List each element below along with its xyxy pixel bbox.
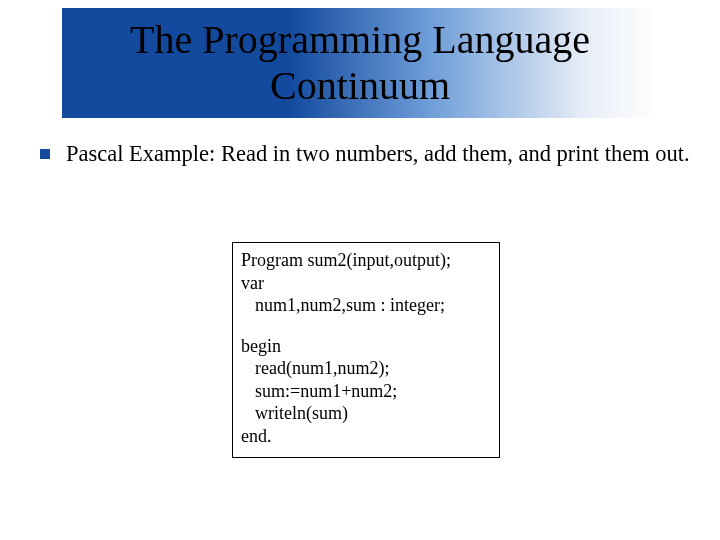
slide-title: The Programming Language Continuum [72, 17, 648, 109]
code-line: var [241, 272, 491, 295]
code-line: read(num1,num2); [241, 357, 491, 380]
code-box: Program sum2(input,output); var num1,num… [232, 242, 500, 458]
slide-body: Pascal Example: Read in two numbers, add… [40, 140, 690, 168]
bullet-item: Pascal Example: Read in two numbers, add… [40, 140, 690, 168]
code-line: writeln(sum) [241, 402, 491, 425]
code-line: num1,num2,sum : integer; [241, 294, 491, 317]
title-bar: The Programming Language Continuum [62, 8, 658, 118]
bullet-text: Pascal Example: Read in two numbers, add… [66, 140, 690, 168]
code-line: end. [241, 425, 491, 448]
slide: The Programming Language Continuum Pasca… [0, 0, 720, 540]
code-blank-line [241, 317, 491, 335]
code-line: sum:=num1+num2; [241, 380, 491, 403]
square-bullet-icon [40, 149, 50, 159]
code-line: begin [241, 335, 491, 358]
code-line: Program sum2(input,output); [241, 249, 491, 272]
